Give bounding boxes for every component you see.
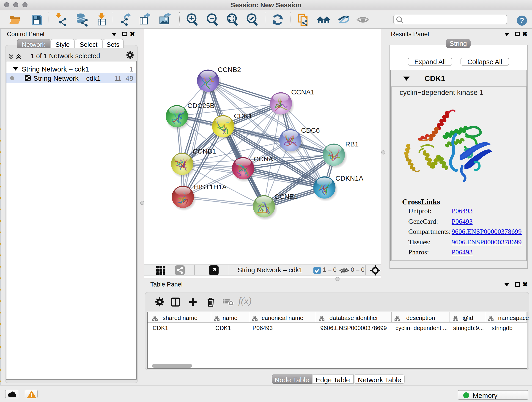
svg-text:CDC25B: CDC25B <box>187 102 214 109</box>
svg-text:CCNA1: CCNA1 <box>291 88 314 96</box>
svg-text:CCNE1: CCNE1 <box>274 192 298 200</box>
svg-text:CCNB2: CCNB2 <box>217 65 241 73</box>
svg-text:CDK1: CDK1 <box>234 112 252 119</box>
svg-text:CCNB1: CCNB1 <box>192 147 216 155</box>
svg-text:CDC6: CDC6 <box>301 126 320 134</box>
svg-text:RB1: RB1 <box>345 140 358 148</box>
svg-text:CDKN1A: CDKN1A <box>335 174 363 182</box>
svg-text:HIST1H1A: HIST1H1A <box>194 183 226 191</box>
svg-text:CCNA2: CCNA2 <box>253 155 277 162</box>
